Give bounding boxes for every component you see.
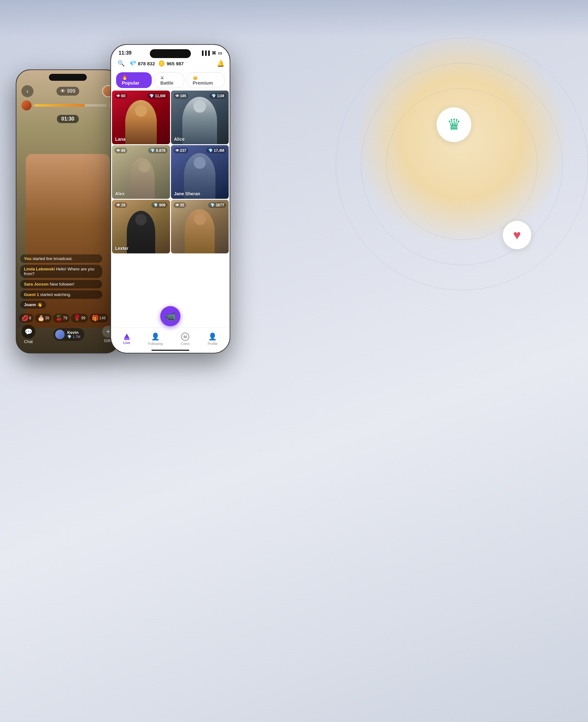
nav-coins-label: Coins <box>181 342 190 346</box>
stream-card-last[interactable]: 👁 35 💎 387T <box>171 200 229 253</box>
gift-emoji-3: 🍒 <box>56 315 62 322</box>
stream-alice-head <box>193 100 206 113</box>
stream-card-jane[interactable]: 👁 237 💎 17,4M Jane Sheran <box>171 145 229 199</box>
chat-sara-name: Sara Jonson <box>24 282 48 287</box>
chat-linda-name: Linda Lebowski <box>24 267 55 271</box>
phone1-screen: ‹ 👁 999 70 01:30 <box>16 70 119 353</box>
alex-viewers: 👁 88 <box>114 148 127 153</box>
phone1-chat-label: Chat <box>24 339 33 344</box>
wifi-icon: ⌘ <box>212 50 216 56</box>
tab-battle[interactable]: ⚔ Battle <box>154 72 184 88</box>
phone2-coins: 🪙 965 987 <box>158 60 184 67</box>
follower-avatar <box>55 330 65 339</box>
phone1-follower-item[interactable]: Kevin 💎 1.7M <box>53 328 84 341</box>
phone2-tabs: 🔥 Popular ⚔ Battle 👑 Premium <box>111 71 230 90</box>
heart-badge: ♥ <box>503 221 531 249</box>
nav-item-following[interactable]: 👤 Following <box>148 333 163 346</box>
gift-emoji-5: 🎁 <box>92 315 99 322</box>
diamonds-count: 878 832 <box>138 61 155 66</box>
phone2-fab-record[interactable]: 📹 <box>160 306 181 326</box>
stream-lexter-person <box>127 211 155 253</box>
nav-item-profile[interactable]: 👤 Profile <box>208 333 217 346</box>
phone1-live: ‹ 👁 999 70 01:30 <box>16 69 120 353</box>
nav-item-coins[interactable]: M Coins <box>181 333 190 346</box>
signal-icon: ▐▐▐ <box>200 50 210 56</box>
phone1-back-button[interactable]: ‹ <box>21 85 34 97</box>
gift-item-2: 🎂 39 <box>35 314 52 323</box>
tab-premium[interactable]: 👑 Premium <box>187 72 225 88</box>
live-icon-wrap <box>124 333 130 340</box>
gift-count-4: 99 <box>81 316 85 320</box>
chat-msg-system: You started live broadcast. <box>20 254 102 263</box>
tab-premium-icon: 👑 <box>193 76 198 80</box>
stream-card-alex[interactable]: 👁 88 💎 8.878 Alex <box>112 145 170 199</box>
phone1-notch <box>49 74 87 81</box>
lana-diamond-count: 11,6M <box>155 94 165 98</box>
stream-card-alice[interactable]: 👁 185 💎 11M Alice <box>171 90 229 144</box>
gift-item-1: 💋 8 <box>19 314 34 323</box>
gift-count-3: 79 <box>63 316 67 320</box>
jane-viewer-count: 237 <box>180 148 186 153</box>
alice-name: Alice <box>174 137 185 142</box>
tab-popular-icon: 🔥 <box>122 75 128 80</box>
diamond-icon: 💎 <box>210 203 215 207</box>
following-icon: 👤 <box>151 333 160 341</box>
viewers-count: 999 <box>67 88 76 94</box>
diamond-icon: 💎 <box>211 94 216 98</box>
gift-count-2: 39 <box>45 316 49 320</box>
stream-alice-stats: 👁 185 💎 11M <box>173 93 227 99</box>
stream-last-person <box>185 209 215 253</box>
alex-name: Alex <box>115 191 125 196</box>
profile-icon: 👤 <box>208 333 217 341</box>
eye-icon: 👁 <box>117 148 120 153</box>
nav-item-live[interactable]: Live <box>123 333 130 345</box>
eye-icon: 👁 <box>175 94 179 98</box>
stream-alex-head <box>139 161 150 172</box>
gift-item-4: 🌹 99 <box>71 314 88 323</box>
phone1-bottombar: 💬 Chat Kevin 💎 1.7M + Gifts <box>16 325 119 344</box>
diamond-icon: 💎 <box>150 148 155 153</box>
tab-premium-label: Premium <box>193 80 213 85</box>
alice-viewer-count: 185 <box>180 94 186 98</box>
stream-jane-head <box>194 157 206 169</box>
chat-guest-text: started watching. <box>40 292 71 297</box>
heart-icon: ♥ <box>513 228 521 243</box>
tab-battle-icon: ⚔ <box>160 76 164 80</box>
gift-emoji-4: 🌹 <box>74 315 80 322</box>
phone2-topbar: 🔍 💎 878 832 🪙 965 987 🔔 <box>111 56 230 71</box>
stream-card-lexter[interactable]: 👁 29 💎 909 Lexter <box>112 200 170 253</box>
gift-count-5: 149 <box>99 316 106 320</box>
last-diamonds: 💎 387T <box>208 202 226 208</box>
stream-jane-stats: 👁 237 💎 17,4M <box>173 148 227 153</box>
stream-lana-head <box>135 105 147 117</box>
alex-diamonds: 💎 8.878 <box>148 148 167 153</box>
last-diamond-count: 387T <box>216 203 224 207</box>
phone1-user-avatar[interactable] <box>21 100 31 110</box>
phone1-chat-area: You started live broadcast. Linda Lebows… <box>20 254 115 309</box>
coins-m-icon: M <box>181 333 189 341</box>
alice-viewers: 👁 185 <box>173 93 188 99</box>
chat-msg-linda: Linda Lebowski Hello! Where are you from… <box>20 265 102 278</box>
bg-ring-3 <box>336 38 588 290</box>
diamond-icon: 💎 <box>153 203 158 207</box>
statusbar-right: ▐▐▐ ⌘ ▭ <box>200 50 222 56</box>
phone1-chat-button[interactable]: 💬 <box>21 325 35 338</box>
status-time: 11:39 <box>119 50 131 56</box>
phone1-viewers-badge: 👁 999 <box>57 87 79 96</box>
lana-name: Lana <box>115 137 126 142</box>
phone2-browse: 11:39 ▶ ▐▐▐ ⌘ ▭ 🔍 💎 878 832 🪙 965 987 <box>110 44 230 353</box>
gift-item-5: 🎁 149 <box>89 314 108 323</box>
tab-battle-label: Battle <box>160 80 173 85</box>
stream-card-lana[interactable]: 👁 60 💎 11,6M Lana <box>112 90 170 144</box>
gift-emoji-2: 🎂 <box>38 315 44 322</box>
phone2-stream-grid: 👁 60 💎 11,6M Lana <box>111 90 230 253</box>
nav-live-label: Live <box>123 341 130 345</box>
phone2-bell[interactable]: 🔔 <box>217 60 225 67</box>
diamond-icon: 💎 <box>149 94 154 98</box>
phone2-search-icon[interactable]: 🔍 <box>116 58 126 68</box>
tab-popular[interactable]: 🔥 Popular <box>116 72 152 88</box>
stream-alex-stats: 👁 88 💎 8.878 <box>114 148 168 153</box>
stream-lana-stats: 👁 60 💎 11,6M <box>114 93 168 99</box>
stream-last-head <box>194 213 206 225</box>
stream-alex-person <box>129 158 154 199</box>
